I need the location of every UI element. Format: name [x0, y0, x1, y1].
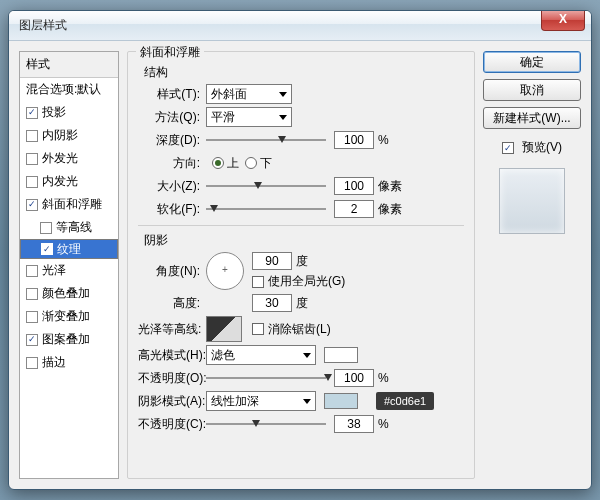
gloss-contour-label: 光泽等高线:	[138, 321, 206, 338]
bevel-group: 斜面和浮雕 结构 样式(T): 外斜面 方法(Q): 平滑 深度(D): 100…	[127, 51, 475, 479]
antialias-checkbox[interactable]	[252, 323, 264, 335]
direction-up-radio[interactable]	[212, 157, 224, 169]
titlebar: 图层样式 X	[9, 11, 591, 41]
depth-label: 深度(D):	[138, 132, 206, 149]
style-checkbox[interactable]	[40, 222, 52, 234]
size-label: 大小(Z):	[138, 178, 206, 195]
soften-slider[interactable]	[206, 201, 326, 217]
style-checkbox[interactable]	[26, 176, 38, 188]
depth-input[interactable]: 100	[334, 131, 374, 149]
angle-input[interactable]: 90	[252, 252, 292, 270]
sidebar-item-label: 渐变叠加	[42, 308, 90, 325]
dialog-buttons: 确定 取消 新建样式(W)... ✓预览(V)	[483, 51, 581, 479]
chevron-down-icon	[303, 399, 311, 404]
style-checkbox[interactable]: ✓	[26, 334, 38, 346]
shadow-mode-label: 阴影模式(A):	[138, 393, 206, 410]
highlight-opacity-label: 不透明度(O):	[138, 370, 206, 387]
style-checkbox[interactable]	[26, 288, 38, 300]
style-checkbox[interactable]: ✓	[26, 199, 38, 211]
shadow-mode-select[interactable]: 线性加深	[206, 391, 316, 411]
cancel-button[interactable]: 取消	[483, 79, 581, 101]
chevron-down-icon	[303, 353, 311, 358]
depth-slider[interactable]	[206, 132, 326, 148]
style-checkbox[interactable]	[26, 265, 38, 277]
style-checkbox[interactable]	[26, 153, 38, 165]
soften-label: 软化(F):	[138, 201, 206, 218]
shadow-opacity-input[interactable]: 38	[334, 415, 374, 433]
chevron-down-icon	[279, 115, 287, 120]
highlight-opacity-slider[interactable]	[206, 370, 326, 386]
styles-header: 样式	[20, 52, 118, 78]
style-checkbox[interactable]: ✓	[26, 107, 38, 119]
global-light-checkbox[interactable]	[252, 276, 264, 288]
sidebar-item-label: 纹理	[57, 241, 81, 258]
sidebar-item-4[interactable]: ✓斜面和浮雕	[20, 193, 118, 216]
sidebar-item-0[interactable]: ✓投影	[20, 101, 118, 124]
soften-input[interactable]: 2	[334, 200, 374, 218]
sidebar-item-label: 斜面和浮雕	[42, 196, 102, 213]
sidebar-item-label: 图案叠加	[42, 331, 90, 348]
sidebar-item-label: 投影	[42, 104, 66, 121]
technique-label: 方法(Q):	[138, 109, 206, 126]
sidebar-item-label: 光泽	[42, 262, 66, 279]
shadow-opacity-label: 不透明度(C):	[138, 416, 206, 433]
sidebar-item-label: 内发光	[42, 173, 78, 190]
sidebar-item-5[interactable]: 等高线	[20, 216, 118, 239]
angle-label: 角度(N):	[138, 263, 206, 280]
style-checkbox[interactable]	[26, 130, 38, 142]
sidebar-item-10[interactable]: ✓图案叠加	[20, 328, 118, 351]
highlight-mode-select[interactable]: 滤色	[206, 345, 316, 365]
highlight-color-swatch[interactable]	[324, 347, 358, 363]
sidebar-item-label: 外发光	[42, 150, 78, 167]
gloss-contour-picker[interactable]	[206, 316, 242, 342]
highlight-mode-label: 高光模式(H):	[138, 347, 206, 364]
close-button[interactable]: X	[541, 11, 585, 31]
size-input[interactable]: 100	[334, 177, 374, 195]
altitude-input[interactable]: 30	[252, 294, 292, 312]
ok-button[interactable]: 确定	[483, 51, 581, 73]
sidebar-item-7[interactable]: 光泽	[20, 259, 118, 282]
size-slider[interactable]	[206, 178, 326, 194]
sidebar-item-1[interactable]: 内阴影	[20, 124, 118, 147]
preview-thumbnail	[499, 168, 565, 234]
blend-options-row[interactable]: 混合选项:默认	[20, 78, 118, 101]
sidebar-item-11[interactable]: 描边	[20, 351, 118, 374]
sidebar-item-label: 描边	[42, 354, 66, 371]
technique-select[interactable]: 平滑	[206, 107, 292, 127]
sidebar-item-label: 等高线	[56, 219, 92, 236]
style-checkbox[interactable]: ✓	[41, 243, 53, 255]
direction-label: 方向:	[138, 155, 206, 172]
shadow-color-swatch[interactable]	[324, 393, 358, 409]
sidebar-item-9[interactable]: 渐变叠加	[20, 305, 118, 328]
shadow-opacity-slider[interactable]	[206, 416, 326, 432]
direction-down-radio[interactable]	[245, 157, 257, 169]
sidebar-item-3[interactable]: 内发光	[20, 170, 118, 193]
shading-heading: 阴影	[144, 232, 464, 249]
angle-dial[interactable]: +	[206, 252, 244, 290]
sidebar-item-6[interactable]: ✓纹理	[20, 239, 118, 259]
style-label: 样式(T):	[138, 86, 206, 103]
highlight-opacity-input[interactable]: 100	[334, 369, 374, 387]
window-title: 图层样式	[19, 17, 67, 34]
preview-checkbox[interactable]: ✓	[502, 142, 514, 154]
altitude-label: 高度:	[138, 295, 206, 312]
sidebar-item-label: 内阴影	[42, 127, 78, 144]
group-title: 斜面和浮雕	[136, 44, 204, 61]
structure-heading: 结构	[144, 64, 464, 81]
chevron-down-icon	[279, 92, 287, 97]
style-checkbox[interactable]	[26, 357, 38, 369]
sidebar-item-2[interactable]: 外发光	[20, 147, 118, 170]
sidebar-item-8[interactable]: 颜色叠加	[20, 282, 118, 305]
style-select[interactable]: 外斜面	[206, 84, 292, 104]
new-style-button[interactable]: 新建样式(W)...	[483, 107, 581, 129]
styles-list: 样式 混合选项:默认 ✓投影内阴影外发光内发光✓斜面和浮雕等高线✓纹理光泽颜色叠…	[19, 51, 119, 479]
style-checkbox[interactable]	[26, 311, 38, 323]
options-panel: 斜面和浮雕 结构 样式(T): 外斜面 方法(Q): 平滑 深度(D): 100…	[127, 51, 475, 479]
sidebar-item-label: 颜色叠加	[42, 285, 90, 302]
color-tooltip: #c0d6e1	[376, 392, 434, 410]
layer-style-dialog: 图层样式 X 样式 混合选项:默认 ✓投影内阴影外发光内发光✓斜面和浮雕等高线✓…	[8, 10, 592, 490]
